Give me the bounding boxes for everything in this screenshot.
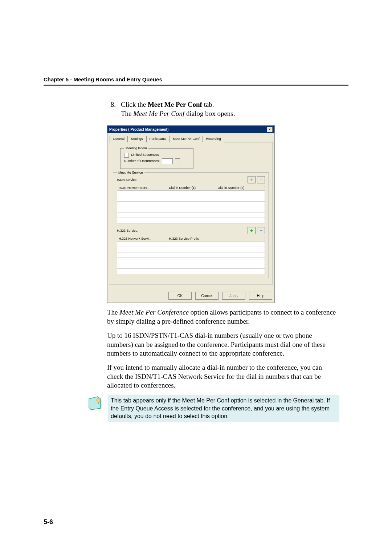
text: tab. <box>202 101 214 108</box>
page-number: 5-6 <box>44 518 53 526</box>
dialog-title: Properties ( Product Management) <box>109 127 168 132</box>
tab-settings[interactable]: Settings <box>128 136 146 142</box>
note-icon <box>87 395 103 410</box>
tab-recording[interactable]: Recording <box>203 136 224 142</box>
group-title: Meeting Room <box>124 146 148 151</box>
text: Click the <box>121 101 148 108</box>
text: The <box>107 308 119 316</box>
meeting-room-group: Meeting Room Limited Sequences Number of… <box>120 148 193 169</box>
help-button[interactable]: Help <box>249 292 272 300</box>
step-8: 8. Click the Meet Me Per Conf tab. The M… <box>107 100 339 118</box>
text-italic: Meet Me Per Conference <box>119 308 189 316</box>
step-number: 8. <box>107 100 116 118</box>
text: The <box>121 110 133 117</box>
h323-add-button[interactable]: + <box>248 227 256 234</box>
svg-rect-2 <box>98 402 99 404</box>
dialog-titlebar: Properties ( Product Management) × <box>107 126 274 133</box>
tab-meet-me-per-conf[interactable]: Meet Me Per Conf <box>170 136 203 142</box>
step-text: Click the Meet Me Per Conf tab. The Meet… <box>121 100 339 118</box>
isdn-service-label: ISDN Service: <box>117 178 138 182</box>
h323-table[interactable]: H.323 Network Servi... H.323 Service Pre… <box>117 236 265 274</box>
dialog-button-row: OK Cancel Apply Help <box>107 287 274 303</box>
note-text: This tab appears only if the Meet Me Per… <box>108 395 339 422</box>
text: dialog box opens. <box>184 110 235 117</box>
header-rule <box>44 85 348 86</box>
col-header[interactable]: Dial-in Number (2) <box>216 185 265 191</box>
col-header[interactable]: Dial-in Number (1) <box>167 185 216 191</box>
col-header[interactable]: ISDN Network Serv... <box>117 185 167 191</box>
spinner-icon[interactable] <box>175 158 180 164</box>
limited-sequences-label: Limited Sequences <box>131 153 159 157</box>
occurrences-label: Number of Occurrences: <box>124 159 160 163</box>
occurrences-input[interactable] <box>162 158 173 164</box>
close-icon[interactable]: × <box>267 127 273 132</box>
limited-sequences-checkbox[interactable] <box>124 153 129 158</box>
text-bold: Meet Me Per Conf <box>148 101 202 108</box>
text-italic: Meet Me Per Conf <box>133 110 184 117</box>
h323-service-label: H.323 Service: <box>117 229 138 233</box>
col-header[interactable]: H.323 Service Prefix <box>167 236 265 242</box>
paragraph: The Meet Me Per Conference option allows… <box>107 308 339 326</box>
chapter-header: Chapter 5 - Meeting Rooms and Entry Queu… <box>44 76 348 82</box>
apply-button: Apply <box>222 292 245 300</box>
note: This tab appears only if the Meet Me Per… <box>87 395 339 422</box>
tab-body: Meeting Room Limited Sequences Number of… <box>109 142 273 284</box>
col-header[interactable]: H.323 Network Servi... <box>117 236 167 242</box>
tab-participants[interactable]: Participants <box>146 136 170 142</box>
paragraph: If you intend to manually allocate a dia… <box>107 363 339 390</box>
paragraph: Up to 16 ISDN/PSTN/T1-CAS dial-in number… <box>107 331 339 358</box>
properties-dialog: Properties ( Product Management) × Gener… <box>107 125 275 303</box>
cancel-button[interactable]: Cancel <box>195 292 219 300</box>
tab-row: General Settings Participants Meet Me Pe… <box>107 133 274 142</box>
isdn-add-button: + <box>248 176 256 183</box>
isdn-table[interactable]: ISDN Network Serv... Dial-in Number (1) … <box>117 185 265 223</box>
meet-me-service-group: Meet Me Service ISDN Service: + − ISDN N… <box>113 173 269 279</box>
group-title: Meet Me Service <box>117 171 144 175</box>
tab-general[interactable]: General <box>110 136 128 142</box>
isdn-remove-button: − <box>257 176 265 183</box>
svg-point-1 <box>97 398 100 402</box>
ok-button[interactable]: OK <box>168 292 192 300</box>
h323-remove-button[interactable]: − <box>257 227 265 234</box>
